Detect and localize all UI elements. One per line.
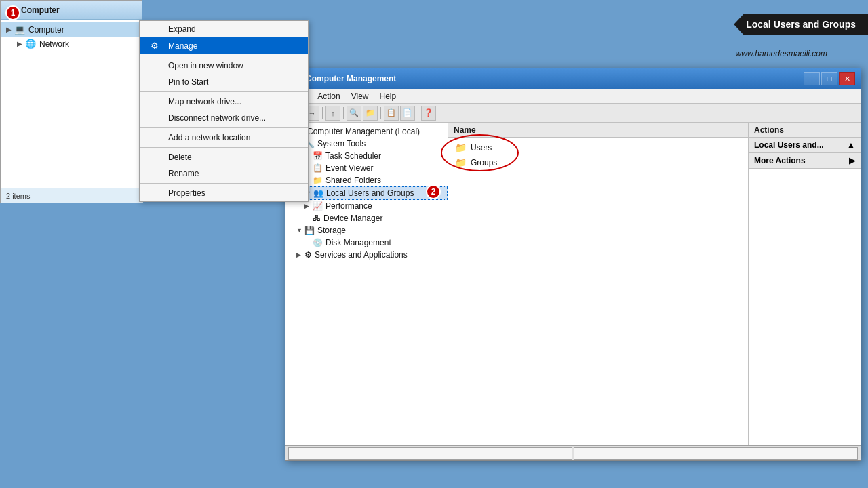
network-label: Network [39, 39, 69, 49]
groups-label: Groups [471, 158, 497, 167]
device-manager-icon: 🖧 [313, 214, 321, 223]
ctx-pin-start[interactable]: Pin to Start [140, 74, 308, 90]
disk-mgmt-icon: 💿 [313, 238, 323, 247]
toolbar-sep-4 [418, 107, 418, 119]
menu-action[interactable]: Action [312, 90, 345, 102]
actions-collapse-icon: ▲ [847, 140, 855, 150]
performance-arrow: ▶ [304, 203, 313, 209]
disk-mgmt-label: Disk Management [326, 238, 391, 247]
explorer-item-network[interactable]: ▶ 🌐 Network [1, 37, 142, 51]
ctx-map-drive[interactable]: Map network drive... [140, 94, 308, 110]
network-expand-arrow: ▶ [17, 40, 22, 47]
folders-button[interactable]: 📁 [363, 106, 378, 121]
status-section-2 [574, 447, 858, 460]
tree-storage[interactable]: ▼ 💾 Storage [285, 224, 448, 237]
context-menu: Expand ⚙ Manage Open in new window Pin t… [139, 20, 309, 202]
local-users-icon: 👥 [313, 188, 323, 198]
device-manager-label: Device Manager [323, 214, 382, 223]
ctx-open-new-window[interactable]: Open in new window [140, 58, 308, 74]
tree-shared-folders[interactable]: ▶ 📁 Shared Folders [285, 174, 448, 186]
ctx-disconnect-drive[interactable]: Disconnect network drive... [140, 110, 308, 126]
tree-local-users-groups[interactable]: ▼ 👥 Local Users and Groups [285, 186, 448, 200]
website-text: www.hamedesmaeili.com [736, 49, 827, 58]
up-button[interactable]: ↑ [326, 106, 340, 121]
toolbar-sep-1 [322, 107, 323, 119]
maximize-button[interactable]: □ [821, 72, 837, 85]
event-viewer-icon: 📋 [313, 163, 323, 173]
tree-task-scheduler[interactable]: ▶ 📅 Task Scheduler [285, 150, 448, 162]
explorer-content: ▶ 💻 Computer ▶ 🌐 Network [1, 20, 142, 54]
tree-computer-management-local[interactable]: ▼ 🖥 Computer Management (Local) [285, 125, 448, 138]
step1-badge: 1 [5, 5, 20, 20]
users-folder-icon: 📁 [455, 142, 467, 153]
services-arrow: ▶ [296, 251, 304, 258]
content-item-users[interactable]: 📁 Users [451, 140, 745, 155]
more-actions-label: More Actions [754, 156, 806, 165]
manage-icon: ⚙ [151, 41, 164, 51]
expand-label: Expand [168, 24, 196, 34]
toolbar-sep-3 [380, 107, 381, 119]
actions-local-users-title: Local Users and... [754, 140, 824, 150]
close-button[interactable]: ✕ [839, 72, 855, 85]
ctx-delete[interactable]: Delete [140, 149, 308, 165]
name-column-header: Name [454, 125, 476, 135]
menu-view[interactable]: View [346, 90, 374, 102]
explorer-statusbar: 2 items [1, 188, 143, 203]
content-panel: Name 📁 Users 📁 Groups [448, 123, 749, 445]
tree-system-tools[interactable]: ▼ 🔧 System Tools [285, 138, 448, 150]
ctx-properties[interactable]: Properties [140, 185, 308, 201]
separator-3 [140, 127, 308, 128]
explorer-item-computer[interactable]: ▶ 💻 Computer [1, 22, 142, 37]
menubar: File Action View Help [285, 89, 861, 104]
disconnect-label: Disconnect network drive... [168, 113, 266, 123]
ctx-add-network[interactable]: Add a network location [140, 129, 308, 146]
services-icon: ⚙ [304, 250, 312, 260]
expand-arrow: ▶ [6, 26, 12, 33]
more-actions-arrow: ▶ [849, 156, 855, 165]
add-network-label: Add a network location [168, 133, 250, 142]
storage-icon: 💾 [304, 226, 315, 235]
minimize-button[interactable]: ─ [804, 72, 820, 85]
toolbar: ← → ↑ 🔍 📁 📋 📄 ❓ [285, 104, 861, 123]
status-section-1 [288, 447, 572, 460]
network-tree-icon: 🌐 [25, 39, 36, 49]
explorer-header: 💻 Computer [1, 1, 142, 20]
actions-section-more[interactable]: More Actions ▶ [749, 153, 861, 169]
properties-toolbar-button[interactable]: 📋 [384, 106, 399, 121]
storage-label: Storage [317, 226, 346, 235]
ctx-rename[interactable]: Rename [140, 165, 308, 182]
separator-2 [140, 92, 308, 92]
tree-event-viewer[interactable]: ▶ 📋 Event Viewer [285, 162, 448, 174]
ctx-expand[interactable]: Expand [140, 21, 308, 37]
task-scheduler-icon: 📅 [313, 151, 323, 161]
window-controls: ─ □ ✕ [804, 72, 855, 85]
actions-header: Actions [749, 123, 861, 138]
titlebar: 🖥 Computer Management ─ □ ✕ [285, 68, 861, 89]
content-item-groups[interactable]: 📁 Groups [451, 155, 745, 170]
help-toolbar-button[interactable]: ❓ [421, 106, 436, 121]
system-tools-label: System Tools [317, 139, 366, 148]
computer-label: Computer [28, 25, 64, 35]
banner-text: Local Users and Groups [746, 19, 856, 30]
content-header: Name [448, 123, 748, 138]
actions-section-local-users[interactable]: Local Users and... ▲ [749, 138, 861, 153]
tree-device-manager[interactable]: 🖧 Device Manager [285, 212, 448, 224]
tree-services-apps[interactable]: ▶ ⚙ Services and Applications [285, 249, 448, 261]
explorer-window: 💻 Computer ▶ 💻 Computer ▶ 🌐 Network 2 it… [0, 0, 142, 203]
toolbar-sep-2 [343, 107, 344, 119]
shared-folders-label: Shared Folders [326, 176, 381, 185]
groups-folder-icon: 📁 [455, 157, 467, 168]
performance-label: Performance [326, 201, 372, 211]
search-button[interactable]: 🔍 [347, 106, 361, 121]
shared-folders-icon: 📁 [313, 176, 323, 185]
ctx-manage[interactable]: ⚙ Manage [140, 37, 308, 54]
computer-tree-icon: 💻 [14, 24, 25, 35]
menu-help[interactable]: Help [374, 90, 402, 102]
tree-performance[interactable]: ▶ 📈 Performance [285, 200, 448, 212]
views-button[interactable]: 📄 [400, 106, 415, 121]
rename-label: Rename [168, 169, 199, 178]
tree-disk-management[interactable]: 💿 Disk Management [285, 237, 448, 249]
separator-5 [140, 183, 308, 184]
step2-badge: 2 [426, 184, 441, 199]
tree-panel: ▼ 🖥 Computer Management (Local) ▼ 🔧 Syst… [285, 123, 448, 445]
